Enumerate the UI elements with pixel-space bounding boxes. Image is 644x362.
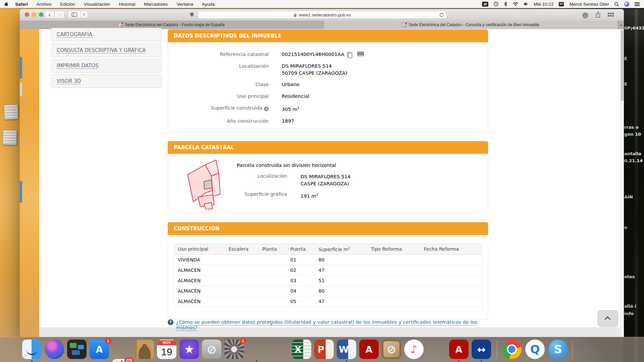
background-text-fragment: o (624, 225, 627, 230)
sidebar-item-imprimir-datos[interactable]: IMPRIMIR DATOS (51, 59, 162, 72)
sidebar-item-label: VISOR 3D (57, 78, 81, 84)
parcel-note: Parcela construida sin división horizont… (237, 163, 336, 168)
barcode-icon[interactable] (358, 52, 364, 57)
field-label: Año construcción (168, 118, 269, 125)
system-preferences-dock-icon[interactable]: 1 (224, 340, 244, 359)
minimized-document-thumbnail[interactable] (4, 104, 18, 119)
calendar-dock-icon[interactable]: NOV19 (157, 340, 176, 359)
siri-icon[interactable] (624, 2, 629, 7)
sidebar-item-cartografia[interactable]: CARTOGRAFÍA (51, 28, 162, 41)
teamviewer-status-icon[interactable]: ⇄ (482, 2, 488, 7)
app-store-badge: 1 (105, 338, 111, 344)
notification-center-icon[interactable] (634, 2, 640, 6)
back-button[interactable]: ‹ (45, 11, 55, 18)
background-text-fragment: 0.21.14 (624, 158, 643, 163)
teamviewer-dock-icon[interactable]: ↔ (472, 340, 491, 359)
menu-item-visualizacion[interactable]: Visualización (84, 2, 110, 7)
info-icon[interactable]: i (264, 107, 269, 111)
tab-consulta-certificacion[interactable]: Sede Electrónica del Catastro - Consulta… (324, 20, 618, 29)
input-source-icon[interactable] (558, 2, 564, 7)
menu-item-edicion[interactable]: Edición (60, 2, 75, 7)
tab-overview-button[interactable] (608, 12, 614, 18)
catastro-favicon (118, 23, 123, 27)
word-dock-icon[interactable]: W (337, 340, 356, 359)
acrobat-reader-dock-icon[interactable]: A (449, 340, 469, 359)
table-row: ALMACEN0547 (174, 296, 482, 306)
field-label: Localización (168, 63, 269, 70)
section-header: DATOS DESCRIPTIVOS DEL INMUEBLE (168, 29, 488, 42)
volume-icon[interactable] (524, 2, 529, 6)
app-store-dock-icon[interactable]: A1 (90, 340, 109, 359)
reload-button[interactable] (439, 12, 444, 18)
running-indicator (31, 360, 33, 362)
page-edge-marker (20, 181, 22, 202)
minimized-document-thumbnail[interactable] (2, 130, 17, 145)
menu-user-name[interactable]: Mercè Sentias Oller (569, 2, 609, 7)
scroll-to-top-button[interactable] (598, 310, 618, 326)
acrobat-dock-icon[interactable]: A (359, 340, 379, 359)
mission-control-dock-icon[interactable] (67, 340, 87, 359)
column-header: Puerta (287, 244, 315, 255)
scrollbar-thumb[interactable] (621, 30, 624, 101)
quicktime-dock-icon[interactable]: Q (525, 340, 545, 359)
column-header: Uso principal (174, 244, 225, 255)
bluetooth-icon[interactable] (504, 1, 507, 7)
contacts-dock-icon[interactable] (135, 340, 154, 359)
url-text: www1.sedecatastro.gob.es (299, 12, 351, 17)
downloads-button[interactable]: ↓ (582, 12, 588, 18)
superficie-construida-value: 305 m2 (282, 105, 299, 113)
menu-item-archivo[interactable]: Archivo (37, 2, 52, 7)
datos-protegidos-link[interactable]: ¿Cómo se pueden obtener datos protegidos… (176, 319, 490, 330)
new-tab-button[interactable]: + (618, 20, 624, 29)
dock: A1 276 NOV19 ★ ⊘ 1 X P W A ⊘ ♪ A ↔ Q S A (0, 337, 644, 362)
field-label: Localización (168, 173, 287, 179)
column-header: Tipo Reforma (368, 244, 421, 255)
wifi-icon[interactable] (513, 2, 519, 6)
spotlight-search-icon[interactable] (614, 2, 619, 7)
background-text-fragment: etes (624, 274, 635, 279)
apple-menu-icon[interactable] (4, 1, 8, 7)
background-text-fragment: alió i (624, 304, 636, 309)
menu-item-ayuda[interactable]: Ayuda (202, 2, 215, 7)
zoom-window-button[interactable] (39, 12, 43, 17)
powerpoint-dock-icon[interactable]: P (314, 340, 334, 359)
imovie-dock-icon[interactable]: ★ (179, 340, 199, 359)
share-button[interactable] (595, 11, 601, 19)
sidebar-item-consulta-descriptiva[interactable]: CONSULTA DESCRIPTIVA Y GRÁFICA (51, 44, 162, 57)
time-machine-icon[interactable] (493, 1, 499, 7)
extension-shield-icon[interactable] (190, 12, 194, 19)
sidebar-toggle-button[interactable] (68, 11, 80, 18)
menu-item-marcadores[interactable]: Marcadores (144, 2, 168, 7)
forward-button[interactable]: › (55, 11, 65, 18)
parcel-sketch[interactable] (185, 159, 232, 209)
copy-reference-icon[interactable] (347, 52, 351, 57)
address-bar[interactable]: www1.sedecatastro.gob.es (198, 11, 447, 19)
sidebar-menu-caret[interactable]: ∨ (80, 11, 88, 18)
section-title: DATOS DESCRIPTIVOS DEL INMUEBLE (174, 33, 281, 39)
menu-app-name[interactable]: Safari (15, 2, 28, 7)
minimize-window-button[interactable] (32, 12, 36, 17)
chrome-dock-icon[interactable] (502, 340, 522, 359)
sidebar-item-visor-3d[interactable]: VISOR 3D (51, 74, 162, 88)
page-scrollbar[interactable] (620, 29, 624, 337)
system-preferences-badge: 1 (240, 338, 246, 344)
dock-separator (572, 341, 573, 359)
finder-dock-icon[interactable] (22, 340, 42, 359)
construccion-table: Uso principal Escalera Planta Puerta Sup… (174, 244, 482, 307)
siri-dock-icon[interactable] (45, 340, 64, 359)
superficie-grafica-value: 191 m2 (301, 191, 318, 200)
menu-item-ventana[interactable]: Ventana (176, 2, 193, 7)
blocked-frame-app-dock-icon[interactable]: ⊘ (382, 340, 401, 359)
finder-face (26, 348, 38, 355)
clase-value: Urbano (282, 81, 300, 88)
column-header: Planta (259, 244, 287, 255)
skype-dock-icon[interactable]: S (548, 340, 568, 359)
background-text-fragment: info (624, 311, 634, 316)
close-window-button[interactable] (25, 12, 29, 17)
background-window[interactable]: 0P¡6432 E E rras o gón 10 antalla 0.21.1… (623, 9, 644, 362)
excel-dock-icon[interactable]: X (292, 340, 311, 359)
menu-item-historial[interactable]: Historial (119, 2, 135, 7)
music-dock-icon[interactable]: ♪ (404, 340, 424, 359)
blocked-app-dock-icon[interactable]: ⊘ (202, 340, 221, 359)
menu-clock[interactable]: Mié 10:22 (534, 2, 553, 7)
